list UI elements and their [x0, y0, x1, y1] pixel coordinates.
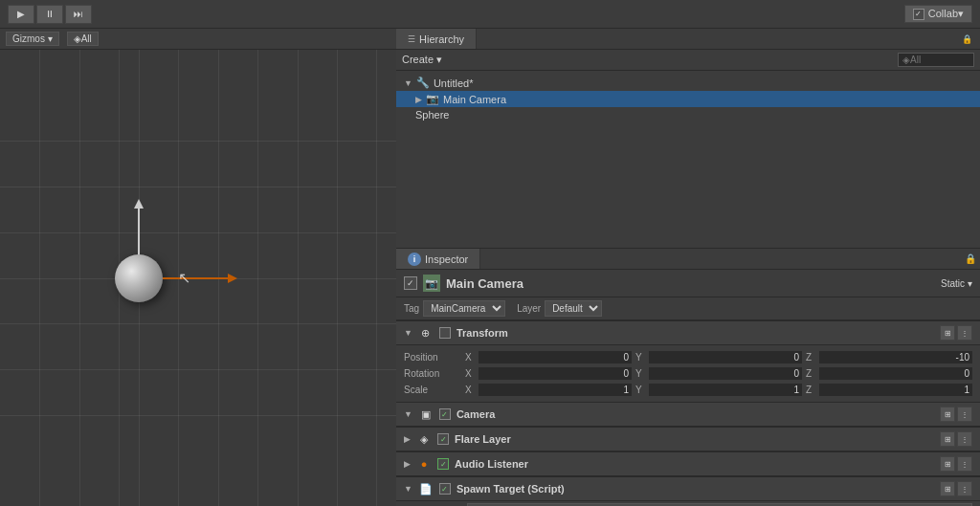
spawn-target-header[interactable]: ▼ 📄 ✓ Spawn Target (Script) ⊞ ⋮: [396, 476, 980, 501]
spawn-copy-btn[interactable]: ⊞: [940, 481, 955, 496]
playback-controls: ▶ ⏸ ⏭: [8, 5, 92, 24]
step-button[interactable]: ⏭: [65, 5, 92, 24]
audio-checkbox[interactable]: ✓: [437, 458, 449, 470]
position-xyz: X Y Z: [465, 351, 972, 363]
scene-toolbar: Gizmos ▾ ◈All: [0, 29, 396, 50]
rot-x-input[interactable]: [479, 367, 632, 380]
flare-menu-btn[interactable]: ⋮: [957, 431, 972, 447]
pos-z-input[interactable]: [819, 351, 972, 363]
scale-z-input[interactable]: [819, 384, 972, 396]
right-panel: ☰ Hierarchy 🔒 Create ▾ ▼ 🔧 Untitled*: [396, 29, 980, 506]
position-label: Position: [404, 352, 461, 363]
flare-checkbox[interactable]: ✓: [437, 433, 449, 445]
spawn-menu-btn[interactable]: ⋮: [957, 481, 972, 496]
scene-view: Gizmos ▾ ◈All: [0, 29, 396, 506]
hierarchy-tab[interactable]: ☰ Hierarchy: [396, 29, 477, 49]
audio-name: Audio Listener: [455, 458, 934, 470]
audio-copy-btn[interactable]: ⊞: [940, 456, 955, 472]
camera-label: Main Camera: [443, 94, 506, 105]
flare-icon: ◈: [416, 431, 432, 447]
transform-copy-btn[interactable]: ⊞: [940, 325, 955, 341]
tag-label: Tag: [404, 303, 419, 314]
pos-y-input[interactable]: [649, 351, 802, 363]
inspector-panel-actions: 🔒: [965, 249, 980, 269]
rotation-row: Rotation X Y Z: [404, 365, 972, 382]
inspector-tab[interactable]: i Inspector: [396, 249, 480, 269]
gizmo-right-arrow: [228, 274, 237, 283]
spawn-comp-buttons: ⊞ ⋮: [940, 481, 972, 496]
hierarchy-tab-icon: ☰: [408, 34, 415, 44]
scale-y-input[interactable]: [649, 384, 802, 396]
inspector-info-icon: i: [408, 253, 421, 266]
gizmos-button[interactable]: Gizmos ▾: [6, 32, 59, 46]
scale-xyz: X Y Z: [465, 384, 972, 396]
pos-x-field: X: [465, 351, 632, 363]
rot-y-input[interactable]: [649, 367, 802, 380]
camera-comp-buttons: ⊞ ⋮: [940, 407, 972, 422]
spawn-arrow: ▼: [404, 484, 412, 494]
pos-x-input[interactable]: [479, 351, 632, 363]
spawn-name: Spawn Target (Script): [457, 483, 934, 495]
go-active-checkbox[interactable]: ✓: [404, 276, 417, 290]
top-bar: ▶ ⏸ ⏭ ✓ Collab▾: [0, 0, 980, 29]
camera-arrow: ▶: [415, 95, 422, 104]
flare-arrow: ▶: [404, 434, 411, 444]
scale-x-input[interactable]: [479, 384, 632, 396]
inspector-content: ✓ 📷 Main Camera Static ▾ Tag MainCamera …: [396, 270, 980, 506]
audio-menu-btn[interactable]: ⋮: [957, 456, 972, 472]
scene-name: Untitled*: [434, 77, 474, 89]
transform-menu-btn[interactable]: ⋮: [957, 325, 972, 341]
spawn-checkbox[interactable]: ✓: [439, 483, 451, 495]
tag-select[interactable]: MainCamera: [423, 300, 505, 317]
main-area: Gizmos ▾ ◈All: [0, 29, 980, 506]
sphere-object: [115, 254, 163, 302]
pos-y-field: Y: [635, 351, 802, 363]
camera-icon: 📷: [426, 93, 439, 105]
scene-arrow: ▼: [404, 78, 412, 88]
static-button[interactable]: Static ▾: [941, 278, 972, 289]
flare-layer-header[interactable]: ▶ ◈ ✓ Flare Layer ⊞ ⋮: [396, 427, 980, 451]
camera-copy-btn[interactable]: ⊞: [940, 407, 955, 422]
hierarchy-lock-icon[interactable]: 🔒: [958, 34, 976, 44]
transform-buttons: ⊞ ⋮: [940, 325, 972, 341]
inspector-header: i Inspector 🔒: [396, 249, 980, 270]
create-button[interactable]: Create ▾: [402, 54, 442, 66]
hierarchy-panel: ☰ Hierarchy 🔒 Create ▾ ▼ 🔧 Untitled*: [396, 29, 980, 249]
scale-x-field: X: [465, 384, 632, 396]
rot-y-field: Y: [635, 367, 802, 380]
rot-z-field: Z: [806, 367, 972, 380]
hierarchy-scene-root[interactable]: ▼ 🔧 Untitled*: [396, 75, 980, 91]
script-field-row: Script 📄 SpawnTarget: [396, 501, 980, 506]
audio-listener-header[interactable]: ▶ ● ✓ Audio Listener ⊞ ⋮: [396, 451, 980, 476]
flare-copy-btn[interactable]: ⊞: [940, 431, 955, 447]
camera-comp-checkbox[interactable]: ✓: [439, 408, 451, 420]
scale-label: Scale: [404, 385, 461, 395]
pos-z-field: Z: [806, 351, 972, 363]
collab-button[interactable]: ✓ Collab▾: [904, 5, 972, 23]
rotation-label: Rotation: [404, 368, 461, 379]
inspector-lock-icon[interactable]: 🔒: [965, 253, 976, 264]
play-button[interactable]: ▶: [8, 5, 34, 24]
hierarchy-search-input[interactable]: [898, 53, 974, 67]
go-icon: 📷: [423, 275, 440, 292]
transform-component-header[interactable]: ▼ ⊕ Transform ⊞ ⋮: [396, 320, 980, 345]
layer-select[interactable]: Default: [545, 300, 602, 317]
inspector-tab-label: Inspector: [425, 253, 468, 265]
camera-menu-btn[interactable]: ⋮: [957, 407, 972, 422]
camera-comp-name: Camera: [457, 408, 934, 420]
scene-canvas[interactable]: ↖: [0, 50, 396, 506]
gizmo-up-arrow: [134, 199, 144, 209]
hierarchy-item-sphere[interactable]: Sphere: [396, 107, 980, 122]
transform-icon: ⊕: [418, 325, 434, 341]
pause-button[interactable]: ⏸: [36, 5, 63, 24]
camera-component-header[interactable]: ▼ ▣ ✓ Camera ⊞ ⋮: [396, 402, 980, 427]
all-objects-button[interactable]: ◈All: [67, 32, 99, 46]
audio-comp-buttons: ⊞ ⋮: [940, 456, 972, 472]
transform-checkbox: [439, 327, 451, 339]
sphere-label: Sphere: [415, 109, 449, 121]
rot-z-input[interactable]: [819, 367, 972, 380]
flare-comp-buttons: ⊞ ⋮: [940, 431, 972, 447]
hierarchy-item-main-camera[interactable]: ▶ 📷 Main Camera: [396, 91, 980, 107]
hierarchy-toolbar: Create ▾: [396, 50, 980, 71]
go-name: Main Camera: [446, 276, 935, 291]
